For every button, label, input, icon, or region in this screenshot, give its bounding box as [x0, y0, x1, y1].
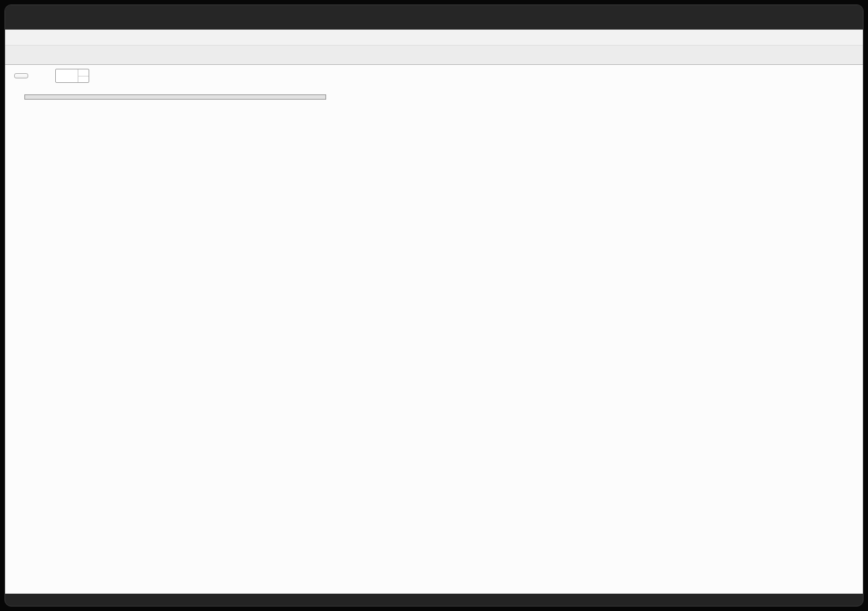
stacked-diagrams-value	[56, 69, 78, 82]
chart-legend	[24, 94, 326, 100]
stacked-diagrams-spinbox[interactable]	[55, 69, 89, 83]
export-as-button[interactable]	[14, 73, 28, 78]
toolbar	[5, 65, 863, 87]
stacked-diagrams-group	[51, 69, 89, 83]
tabbar	[5, 46, 863, 65]
consumption-chart[interactable]	[23, 93, 808, 553]
spinner-up-button[interactable]	[78, 69, 89, 76]
menubar	[5, 30, 863, 46]
chart-area	[5, 87, 863, 594]
spinner-buttons	[78, 69, 89, 82]
spinner-down-button[interactable]	[78, 76, 89, 83]
heaptrack-window	[4, 4, 864, 607]
titlebar	[5, 5, 863, 30]
